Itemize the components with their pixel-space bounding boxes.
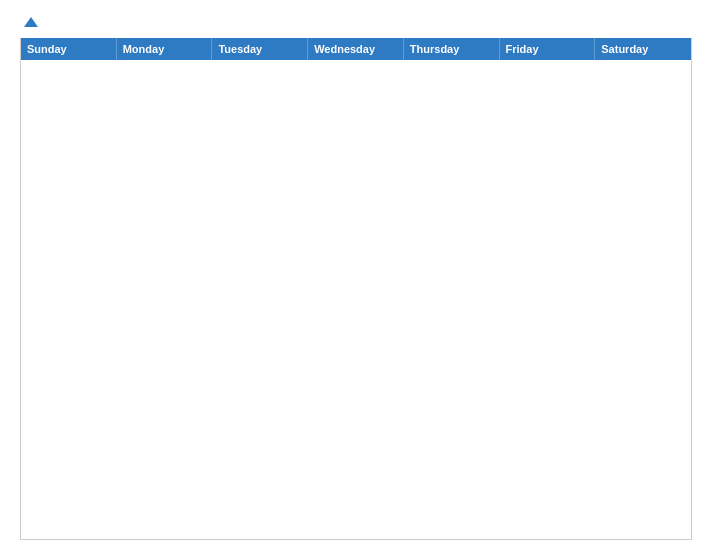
day-header: Sunday xyxy=(21,38,117,60)
day-headers-row: SundayMondayTuesdayWednesdayThursdayFrid… xyxy=(21,38,691,60)
header xyxy=(20,18,692,28)
day-header: Saturday xyxy=(595,38,691,60)
day-header: Wednesday xyxy=(308,38,404,60)
logo-triangle-icon xyxy=(24,17,38,27)
logo xyxy=(20,18,38,28)
day-header: Friday xyxy=(500,38,596,60)
day-header: Thursday xyxy=(404,38,500,60)
day-header: Monday xyxy=(117,38,213,60)
weeks-container xyxy=(21,60,691,533)
calendar-grid: SundayMondayTuesdayWednesdayThursdayFrid… xyxy=(20,38,692,540)
day-header: Tuesday xyxy=(212,38,308,60)
calendar-page: SundayMondayTuesdayWednesdayThursdayFrid… xyxy=(0,0,712,550)
